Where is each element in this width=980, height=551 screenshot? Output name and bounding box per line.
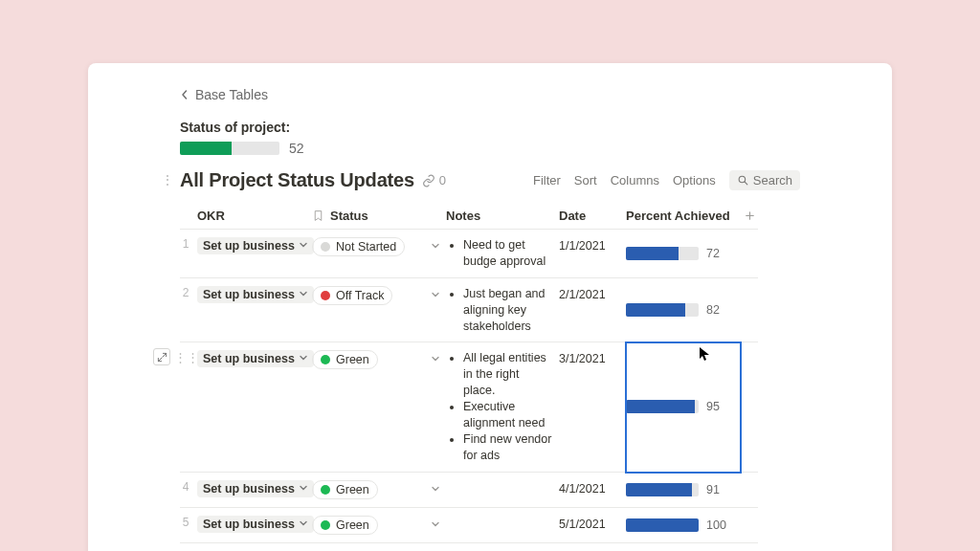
okr-pill[interactable]: Set up business (197, 516, 314, 533)
okr-cell: Set up business (197, 230, 312, 278)
search-button[interactable]: Search (729, 170, 800, 190)
cursor-icon (699, 346, 710, 362)
trailing-cell (741, 508, 758, 543)
percent-cell[interactable]: 95 (626, 342, 741, 472)
okr-pill[interactable]: Set up business (197, 237, 314, 254)
svg-point-0 (739, 176, 746, 183)
chevron-left-icon (180, 90, 189, 99)
add-column-button[interactable] (741, 203, 758, 230)
status-pill[interactable]: Green (312, 480, 378, 499)
date-cell[interactable]: 4/1/2021 (559, 473, 626, 508)
status-dot-icon (321, 242, 330, 252)
table: OKR Status Notes Date Percent Achieved 1… (180, 203, 800, 551)
col-header-percent[interactable]: Percent Achieved (626, 203, 741, 230)
trailing-cell (741, 543, 758, 552)
percent-cell[interactable]: 100 (626, 543, 741, 552)
status-pill[interactable]: Not Started (312, 237, 405, 256)
col-header-blank (180, 203, 197, 230)
percent-value: 100 (706, 518, 726, 532)
notes-cell[interactable]: Just began and aligning key stakeholders (446, 278, 559, 343)
note-item: Executive alignment need (463, 399, 553, 431)
percent-fill (626, 518, 699, 532)
date-cell[interactable]: 3/1/2021 (559, 342, 626, 472)
percent-cell[interactable]: 82 (626, 278, 741, 343)
status-pill[interactable]: Off Track (312, 286, 392, 305)
col-header-date[interactable]: Date (559, 203, 626, 230)
notes-cell[interactable] (446, 543, 559, 552)
date-cell[interactable]: 2/1/2021 (559, 278, 626, 343)
status-pill[interactable]: Green (312, 516, 378, 535)
notes-cell[interactable]: All legal entities in the right place.Ex… (446, 342, 559, 472)
okr-label: Set up business (203, 352, 295, 365)
status-label: Green (336, 483, 369, 496)
chevron-down-icon (299, 239, 308, 253)
col-header-status[interactable]: Status (312, 203, 446, 230)
okr-label: Set up business (203, 518, 295, 531)
app-card: Base Tables Status of project: 52 ⋮ All … (88, 63, 892, 551)
status-label: Green (336, 518, 369, 532)
trailing-cell (741, 342, 758, 472)
okr-pill[interactable]: Set up business (197, 480, 314, 497)
backlink-count[interactable]: 0 (422, 173, 446, 187)
notes-cell[interactable] (446, 508, 559, 543)
plus-icon (744, 209, 756, 222)
col-header-notes[interactable]: Notes (446, 203, 559, 230)
columns-button[interactable]: Columns (611, 173, 659, 187)
note-item: Find new vendor for ads (463, 431, 553, 464)
date-cell[interactable]: 5/1/2021 (559, 508, 626, 543)
percent-fill (626, 247, 679, 260)
breadcrumb[interactable]: Base Tables (180, 87, 268, 102)
status-label: Off Track (336, 289, 384, 302)
row-number: 5 (180, 508, 197, 543)
status-pill[interactable]: Green (312, 350, 378, 369)
notes-cell[interactable] (446, 473, 559, 508)
status-cell: Green (312, 342, 446, 472)
overall-progress-fill (180, 142, 232, 155)
chevron-down-icon (299, 482, 308, 496)
status-expand-button[interactable] (431, 482, 440, 496)
status-expand-button[interactable] (431, 518, 440, 532)
date-cell[interactable]: 1/1/2021 (559, 230, 626, 278)
status-expand-button[interactable] (431, 239, 440, 253)
trailing-cell (741, 473, 758, 508)
note-item: Just began and aligning key stakeholders (463, 286, 553, 335)
sort-button[interactable]: Sort (574, 173, 597, 187)
row-number: 6 (180, 543, 197, 552)
expand-icon (157, 352, 167, 363)
link-icon (422, 174, 435, 187)
percent-cell[interactable]: 91 (626, 473, 741, 508)
percent-fill (626, 303, 685, 317)
percent-value: 91 (706, 483, 720, 496)
options-button[interactable]: Options (673, 173, 716, 187)
status-dot-icon (321, 291, 330, 300)
chevron-down-icon (299, 352, 308, 365)
row-drag-handle-icon[interactable]: ⋮⋮ (174, 350, 199, 364)
backlink-count-value: 0 (439, 173, 446, 187)
okr-pill[interactable]: Set up business (197, 286, 314, 303)
col-header-status-label: Status (330, 209, 368, 223)
status-cell: Not Started (312, 230, 446, 278)
row-number: ⋮⋮ (180, 342, 197, 472)
breadcrumb-label: Base Tables (195, 87, 268, 102)
status-cell: Off Track (312, 278, 446, 343)
percent-value: 72 (706, 247, 720, 260)
status-label: Green (336, 353, 369, 366)
status-expand-button[interactable] (431, 352, 440, 366)
page-title: All Project Status Updates (180, 169, 414, 191)
percent-cell[interactable]: 72 (626, 230, 741, 278)
col-header-okr[interactable]: OKR (197, 203, 312, 230)
percent-track (626, 518, 699, 532)
row-number: 1 (180, 230, 197, 278)
toolbar: Filter Sort Columns Options Search (533, 170, 800, 190)
filter-button[interactable]: Filter (533, 173, 561, 187)
drag-handle-icon[interactable]: ⋮ (161, 173, 174, 187)
date-cell[interactable]: 6/1/2021 (559, 543, 626, 552)
search-icon (737, 174, 749, 187)
notes-cell[interactable]: Need to get budge approval (446, 230, 559, 278)
status-expand-button[interactable] (431, 288, 440, 302)
percent-cell[interactable]: 100 (626, 508, 741, 543)
okr-cell: Set up business (197, 543, 312, 552)
okr-pill[interactable]: Set up business (197, 350, 314, 367)
note-item: Need to get budge approval (463, 237, 553, 270)
expand-row-button[interactable] (153, 348, 170, 365)
